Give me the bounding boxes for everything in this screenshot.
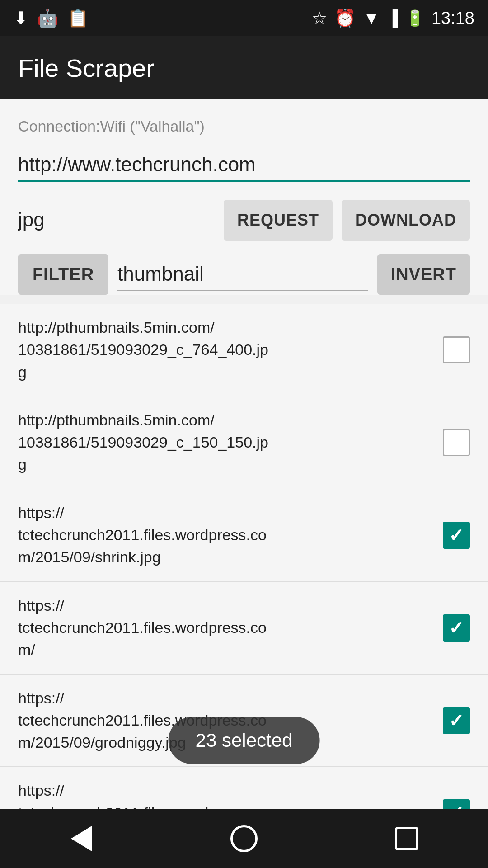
status-bar-left-icons: ⬇ 🤖 📋 [14, 8, 89, 28]
url-input-container [18, 149, 470, 182]
list-item: http://pthumbnails.5min.com/10381861/519… [0, 304, 488, 396]
star-icon: ☆ [312, 8, 327, 28]
file-url: https://tctechcrunch2011.files.wordpress… [18, 502, 434, 569]
file-checkbox[interactable] [443, 522, 470, 549]
file-checkbox[interactable] [443, 707, 470, 734]
home-button[interactable] [221, 816, 267, 861]
download-button[interactable]: DOWNLOAD [342, 200, 470, 241]
extension-row: REQUEST DOWNLOAD [18, 200, 470, 241]
battery-icon: 🔋 [405, 9, 424, 27]
file-checkbox[interactable] [443, 614, 470, 642]
extension-input-container [18, 204, 215, 236]
status-bar-right-icons: ☆ ⏰ ▼ ▐ 🔋 13:18 [312, 8, 474, 28]
invert-button[interactable]: INVERT [377, 254, 470, 295]
clipboard-icon: 📋 [67, 8, 89, 28]
selection-toast: 23 selected [169, 717, 320, 764]
filter-text-input[interactable] [117, 258, 368, 290]
url-input[interactable] [18, 149, 470, 180]
status-time: 13:18 [432, 9, 474, 28]
file-url: http://pthumbnails.5min.com/10381861/519… [18, 409, 434, 476]
file-url: https://tctechcrunch2011.files.wordpress… [18, 594, 434, 661]
connection-label: Connection:Wifi ("Valhalla") [18, 118, 470, 135]
recents-square-icon [395, 827, 418, 850]
filter-text-container [117, 258, 368, 291]
back-arrow-icon [71, 826, 92, 851]
file-list: http://pthumbnails.5min.com/10381861/519… [0, 304, 488, 868]
file-checkbox[interactable] [443, 429, 470, 456]
file-checkbox[interactable] [443, 336, 470, 363]
main-content: Connection:Wifi ("Valhalla") REQUEST DOW… [0, 99, 488, 295]
alarm-icon: ⏰ [334, 8, 356, 28]
filter-button[interactable]: FILTER [18, 254, 108, 295]
signal-icon: ▐ [387, 9, 398, 27]
recents-button[interactable] [384, 816, 429, 861]
file-url: http://pthumbnails.5min.com/10381861/519… [18, 316, 434, 383]
list-item: http://pthumbnails.5min.com/10381861/519… [0, 396, 488, 489]
nav-bar [0, 809, 488, 868]
filter-row: FILTER INVERT [18, 254, 470, 295]
home-circle-icon [230, 825, 258, 852]
download-icon: ⬇ [14, 8, 28, 28]
list-item: https://tctechcrunch2011.files.wordpress… [0, 489, 488, 582]
android-icon: 🤖 [37, 8, 58, 28]
extension-input[interactable] [18, 204, 215, 236]
list-item: https://tctechcrunch2011.files.wordpress… [0, 582, 488, 675]
back-button[interactable] [59, 816, 104, 861]
app-bar: File Scraper [0, 36, 488, 99]
request-button[interactable]: REQUEST [224, 200, 333, 241]
app-title: File Scraper [18, 53, 155, 83]
toast-text: 23 selected [196, 730, 293, 751]
status-bar: ⬇ 🤖 📋 ☆ ⏰ ▼ ▐ 🔋 13:18 [0, 0, 488, 36]
wifi-icon: ▼ [363, 9, 380, 28]
